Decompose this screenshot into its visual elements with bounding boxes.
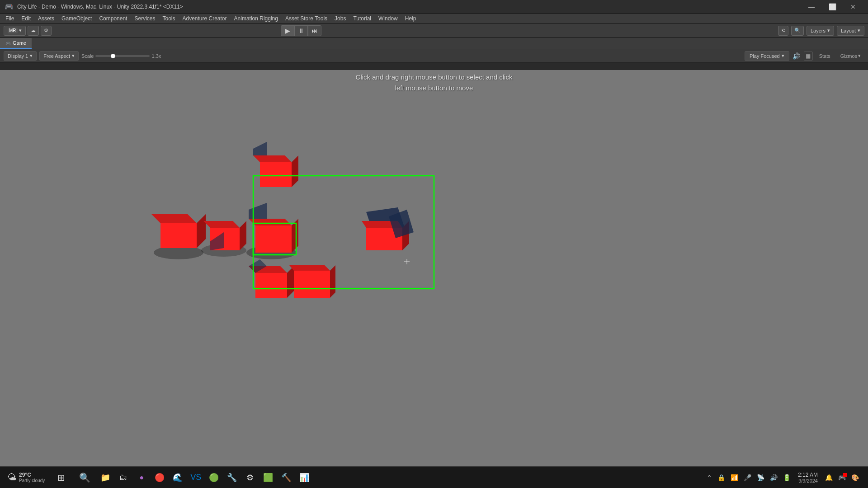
menu-edit[interactable]: Edit xyxy=(18,14,34,23)
game-toolbar-right: Play Focused ▾ 🔊 ▦ Stats Gizmos ▾ xyxy=(745,51,864,61)
taskbar-app-9[interactable]: 🟩 xyxy=(260,469,276,486)
tray-2[interactable]: 📶 xyxy=(729,472,740,483)
unity-notification[interactable]: 🎮 xyxy=(836,472,848,483)
layers-label: Layers xyxy=(811,28,826,33)
scene-area xyxy=(127,113,868,488)
menu-animation-rigging[interactable]: Animation Rigging xyxy=(231,14,282,23)
tray-1[interactable]: 🔒 xyxy=(716,472,727,483)
cube-bottom-right xyxy=(289,265,335,298)
taskbar-app-7[interactable]: 🔧 xyxy=(224,469,240,486)
scale-thumb[interactable] xyxy=(111,54,115,58)
game-tab-label: Game xyxy=(13,40,26,46)
instruction-text: Click and drag right mouse button to sel… xyxy=(356,72,513,94)
step-button[interactable]: ⏭ xyxy=(308,25,321,36)
menu-assets[interactable]: Assets xyxy=(34,14,58,23)
stats-button[interactable]: Stats xyxy=(816,52,834,60)
game-toolbar: Display 1 ▾ Free Aspect ▾ Scale 1.3x Pla… xyxy=(0,49,868,63)
display-chevron: ▾ xyxy=(30,53,33,59)
taskbar-vscode[interactable]: VS xyxy=(188,469,204,486)
maximize-button[interactable]: ⬜ xyxy=(822,0,843,14)
svg-marker-18 xyxy=(253,142,267,155)
toolbar-right: ⟲ 🔍 Layers ▾ Layout ▾ xyxy=(778,26,864,36)
scale-label: Scale xyxy=(81,53,94,59)
menu-gameobject[interactable]: GameObject xyxy=(58,14,95,23)
menu-jobs[interactable]: Jobs xyxy=(331,14,349,23)
taskbar-clock[interactable]: 2:12 AM 9/9/2024 xyxy=(794,470,821,485)
play-button[interactable]: ▶ xyxy=(281,25,294,36)
menubar: File Edit Assets GameObject Component Se… xyxy=(0,14,868,23)
menu-window[interactable]: Window xyxy=(375,14,401,23)
aspect-chevron: ▾ xyxy=(72,53,75,59)
tray-wifi[interactable]: 📡 xyxy=(755,472,766,483)
layers-dropdown[interactable]: Layers ▾ xyxy=(807,26,834,36)
tray-volume[interactable]: 🔊 xyxy=(768,472,779,483)
search-button-taskbar[interactable]: 🔍 xyxy=(74,467,95,488)
svg-marker-1 xyxy=(160,223,197,248)
color-picker[interactable]: 🎨 xyxy=(849,472,861,483)
grid-button[interactable]: ▦ xyxy=(804,52,813,61)
menu-adventure-creator[interactable]: Adventure Creator xyxy=(179,14,230,23)
taskbar-app-2[interactable]: 🗂 xyxy=(115,469,132,486)
menu-asset-store-tools[interactable]: Asset Store Tools xyxy=(282,14,331,23)
tray-arrow[interactable]: ⌃ xyxy=(705,472,714,483)
mr-icon: MR xyxy=(8,28,18,33)
tray-mic[interactable]: 🎤 xyxy=(742,472,753,483)
taskbar-file-explorer[interactable]: 📁 xyxy=(97,469,113,486)
svg-marker-24 xyxy=(289,265,330,271)
gizmos-button[interactable]: Gizmos ▾ xyxy=(837,52,864,60)
menu-services[interactable]: Services xyxy=(131,14,159,23)
svg-marker-11 xyxy=(249,219,292,225)
scale-group: Scale 1.3x xyxy=(81,53,161,59)
instruction-line2: left mouse button to move xyxy=(356,83,513,94)
game-viewport[interactable]: Click and drag right mouse button to sel… xyxy=(0,63,868,488)
menu-tools[interactable]: Tools xyxy=(159,14,179,23)
menu-file[interactable]: File xyxy=(2,14,18,23)
taskbar-chrome[interactable]: 🔴 xyxy=(151,469,168,486)
scene-svg xyxy=(127,113,488,338)
taskbar-intellij[interactable]: ● xyxy=(133,469,150,486)
mr-button[interactable]: MR ▾ xyxy=(4,26,26,36)
minimize-button[interactable]: — xyxy=(801,0,822,14)
aspect-label: Free Aspect xyxy=(43,53,70,59)
weather-widget: 🌤 29°C Partly cloudy xyxy=(4,470,48,485)
unity-toolbar: MR ▾ ☁ ⚙ ▶ ⏸ ⏭ ⟲ 🔍 Layers ▾ Layout ▾ xyxy=(0,23,868,38)
instruction-line1: Click and drag right mouse button to sel… xyxy=(356,72,513,83)
play-focused-dropdown[interactable]: Play Focused ▾ xyxy=(745,51,789,61)
history-button[interactable]: ⟲ xyxy=(778,26,788,36)
taskbar-app-10[interactable]: 🔨 xyxy=(278,469,294,486)
weather-desc: Partly cloudy xyxy=(19,478,45,483)
layout-dropdown[interactable]: Layout ▾ xyxy=(837,26,864,36)
menu-component[interactable]: Component xyxy=(95,14,131,23)
game-tab[interactable]: 🎮 Game xyxy=(0,38,32,49)
tray-battery[interactable]: 🔋 xyxy=(781,472,793,483)
settings-button[interactable]: ⚙ xyxy=(41,26,52,36)
toolbar-left: MR ▾ ☁ ⚙ xyxy=(4,26,52,36)
mute-button[interactable]: 🔊 xyxy=(792,52,801,61)
menu-help[interactable]: Help xyxy=(401,14,420,23)
scale-slider[interactable] xyxy=(95,55,150,57)
close-button[interactable]: ✕ xyxy=(843,0,863,14)
layout-label: Layout xyxy=(841,28,856,33)
menu-tutorial[interactable]: Tutorial xyxy=(349,14,375,23)
taskbar-edge[interactable]: 🌊 xyxy=(170,469,186,486)
game-tabbar: 🎮 Game xyxy=(0,38,868,49)
weather-icon: 🌤 xyxy=(7,472,16,483)
search-button[interactable]: 🔍 xyxy=(791,26,804,36)
layout-chevron: ▾ xyxy=(858,28,860,33)
taskbar-app-11[interactable]: 📊 xyxy=(296,469,312,486)
cloud-button[interactable]: ☁ xyxy=(28,26,39,36)
window-title: City Life - Demo - Windows, Mac, Linux -… xyxy=(17,4,797,10)
svg-marker-7 xyxy=(240,221,246,250)
display-dropdown[interactable]: Display 1 ▾ xyxy=(4,51,37,61)
svg-marker-10 xyxy=(255,225,292,253)
taskbar-app-6[interactable]: 🟢 xyxy=(206,469,222,486)
svg-marker-6 xyxy=(203,221,240,228)
notification-icon[interactable]: 🔔 xyxy=(823,472,835,483)
viewport-top-bar xyxy=(0,63,868,70)
svg-marker-19 xyxy=(255,273,287,298)
pause-button[interactable]: ⏸ xyxy=(294,25,308,36)
aspect-dropdown[interactable]: Free Aspect ▾ xyxy=(39,51,79,61)
svg-marker-3 xyxy=(197,214,206,248)
taskbar-unity[interactable]: ⚙ xyxy=(242,469,258,486)
start-button[interactable]: ⊞ xyxy=(50,467,72,488)
